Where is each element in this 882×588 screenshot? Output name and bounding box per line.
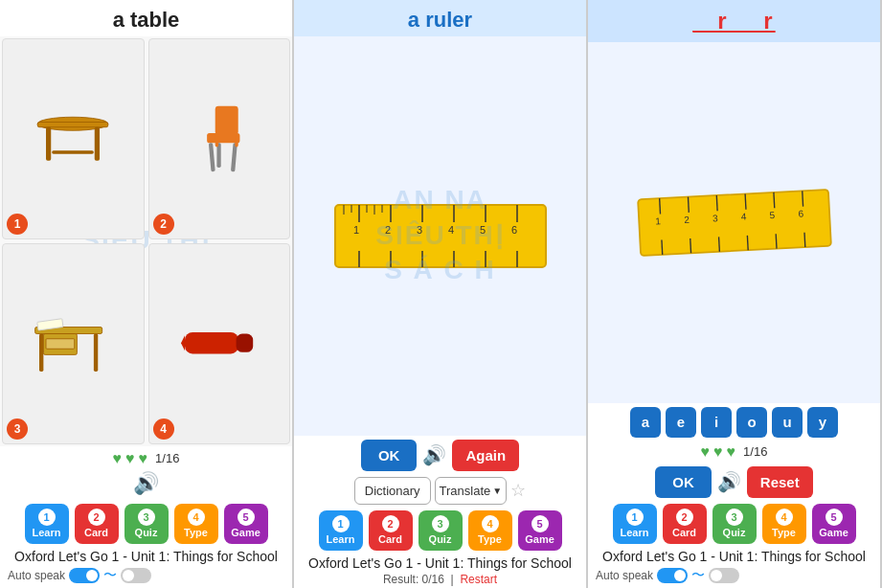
svg-text:4: 4: [447, 224, 453, 236]
star-button[interactable]: ☆: [510, 480, 526, 501]
auto-speak-label-1: Auto speak: [8, 569, 65, 582]
nav-learn-3[interactable]: 1 Learn: [613, 504, 657, 544]
heart-1: ♥: [113, 450, 123, 467]
nav-num-type-2: 4: [482, 515, 499, 532]
nav-num-card-3: 2: [676, 509, 693, 526]
grid-cell-2[interactable]: 2: [148, 38, 291, 239]
svg-rect-21: [335, 205, 546, 267]
panel1-title: Oxford Let's Go 1 - Unit 1: Things for S…: [0, 546, 292, 565]
auto-speak-row-3: Auto speak 〜: [588, 565, 880, 588]
table-icon: [30, 105, 116, 172]
again-button[interactable]: Again: [452, 440, 519, 471]
result-text: Result: 0/16: [383, 573, 444, 586]
nav-num-quiz-3: 3: [726, 509, 743, 526]
heart-2: ♥: [125, 450, 135, 467]
nav-label-card-2: Card: [378, 533, 402, 545]
nav-quiz-2[interactable]: 3 Quiz: [418, 510, 463, 551]
nav-num-learn-3: 1: [626, 509, 644, 526]
auto-speak-toggle-on-3[interactable]: [657, 568, 688, 583]
auto-speak-label-3: Auto speak: [596, 569, 653, 582]
translate-label: Translate: [440, 484, 491, 498]
nav-num-learn-2: 1: [332, 515, 350, 532]
vowel-u[interactable]: u: [772, 407, 803, 438]
panel2-header: a ruler: [294, 0, 586, 36]
speaker-row: 🔊: [0, 469, 292, 500]
nav-label-game-2: Game: [525, 533, 554, 545]
nav-learn-2[interactable]: 1 Learn: [319, 510, 363, 551]
svg-rect-3: [95, 127, 100, 161]
nav-label-card-3: Card: [672, 527, 696, 538]
nav-game-2[interactable]: 5 Game: [518, 510, 562, 551]
ok-button-3[interactable]: OK: [655, 466, 712, 498]
auto-speak-toggle-off-3[interactable]: [709, 568, 739, 583]
svg-text:3: 3: [712, 213, 718, 223]
wave-icon-1: 〜: [103, 567, 117, 584]
svg-text:3: 3: [416, 224, 421, 236]
speaker-button[interactable]: 🔊: [133, 471, 159, 496]
auto-speak-toggle-off-1[interactable]: [121, 568, 151, 583]
nav-label-type-2: Type: [478, 533, 502, 545]
result-row: Result: 0/16 | Restart: [294, 572, 586, 588]
panel1-image-area: AN NASIÊU THỊS Á C H 1: [0, 36, 292, 446]
svg-rect-8: [231, 143, 237, 171]
reset-button[interactable]: Reset: [747, 466, 813, 498]
svg-text:1: 1: [352, 224, 358, 236]
nav-game-3[interactable]: 5 Game: [812, 504, 856, 544]
svg-text:1: 1: [655, 215, 662, 226]
nav-learn-1[interactable]: 1 Learn: [25, 504, 69, 544]
hearts-progress-row-3: ♥ ♥ ♥ 1/16: [588, 440, 880, 463]
ruler-svg-3: 1 2 3 4 5 6: [631, 171, 837, 273]
svg-rect-1: [38, 122, 109, 126]
hearts-progress-row: ♥ ♥ ♥ 1/16: [0, 446, 292, 469]
nav-type-1[interactable]: 4 Type: [174, 504, 218, 544]
badge-4: 4: [153, 418, 174, 440]
svg-rect-15: [39, 333, 43, 371]
nav-card-2[interactable]: 2 Card: [369, 510, 413, 551]
marker-icon: [181, 325, 258, 363]
nav-label-learn-2: Learn: [327, 533, 355, 545]
nav-type-2[interactable]: 4 Type: [468, 510, 512, 551]
nav-card-3[interactable]: 2 Card: [663, 504, 707, 544]
nav-label-type-3: Type: [772, 527, 796, 538]
fill-word-display: _ r _ r: [692, 8, 775, 34]
grid-cell-1[interactable]: 1: [2, 38, 145, 239]
speaker-button-2[interactable]: 🔊: [422, 443, 446, 466]
restart-link[interactable]: Restart: [460, 573, 497, 586]
vowel-o[interactable]: o: [736, 407, 767, 438]
translate-button[interactable]: Translate ▼: [435, 477, 508, 505]
panel1-header: a table: [0, 0, 292, 36]
speaker-button-3[interactable]: 🔊: [717, 470, 741, 493]
panel1-nav-tabs: 1 Learn 2 Card 3 Quiz 4 Type 5 Game: [0, 500, 292, 546]
grid-cell-3[interactable]: 3: [2, 243, 145, 444]
heart-3-3: ♥: [727, 443, 736, 461]
dictionary-button[interactable]: Dictionary: [354, 477, 431, 505]
nav-quiz-3[interactable]: 3 Quiz: [712, 504, 757, 544]
vowel-i[interactable]: i: [701, 407, 732, 438]
svg-rect-16: [94, 333, 98, 371]
panel3-title: Oxford Let's Go 1 - Unit 1: Things for S…: [588, 546, 880, 565]
nav-quiz-1[interactable]: 3 Quiz: [124, 504, 169, 544]
heart-3-2: ♥: [713, 443, 723, 461]
svg-rect-14: [46, 339, 75, 350]
chair-icon: [191, 101, 248, 177]
nav-label-card-1: Card: [84, 527, 108, 538]
ok-button-2[interactable]: OK: [361, 440, 418, 471]
grid-cell-4[interactable]: 4: [148, 243, 291, 444]
nav-num-quiz-2: 3: [432, 515, 449, 532]
vowel-y[interactable]: y: [807, 407, 838, 438]
auto-speak-toggle-on-1[interactable]: [69, 568, 100, 583]
vowel-a[interactable]: a: [630, 407, 661, 438]
nav-game-1[interactable]: 5 Game: [224, 504, 268, 544]
nav-label-quiz-3: Quiz: [723, 527, 746, 538]
nav-type-3[interactable]: 4 Type: [762, 504, 806, 544]
nav-num-learn-1: 1: [38, 509, 56, 526]
svg-text:6: 6: [510, 224, 516, 236]
panel3-image-area: 1 2 3 4 5 6: [588, 42, 880, 403]
nav-label-game-1: Game: [231, 527, 260, 538]
nav-card-1[interactable]: 2 Card: [75, 504, 119, 544]
nav-num-game-2: 5: [531, 515, 549, 532]
nav-num-type-1: 4: [188, 509, 205, 526]
vowel-e[interactable]: e: [666, 407, 696, 438]
panel2-title: Oxford Let's Go 1 - Unit 1: Things for S…: [294, 553, 586, 572]
ruler-svg: 1 2 3 4 5 6: [330, 186, 551, 286]
